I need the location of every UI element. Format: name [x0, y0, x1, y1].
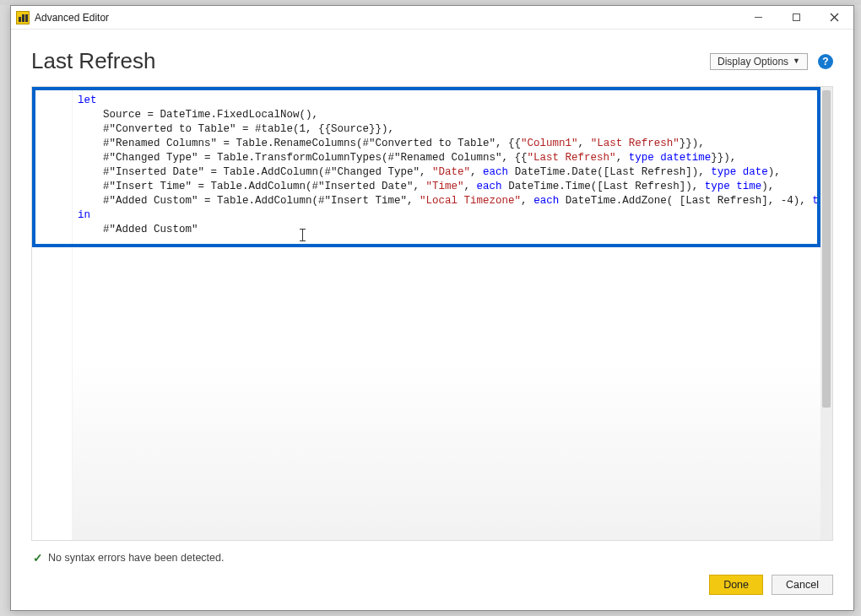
text-cursor-icon — [302, 229, 303, 241]
titlebar: Advanced Editor — [11, 6, 853, 30]
app-icon — [16, 11, 30, 24]
editor-gutter — [32, 87, 73, 540]
checkmark-icon: ✓ — [33, 551, 43, 565]
code-body[interactable]: let Source = DateTime.FixedLocalNow(), #… — [73, 87, 820, 540]
help-icon: ? — [822, 56, 828, 68]
close-icon — [830, 13, 839, 22]
footer: Done Cancel — [11, 570, 853, 610]
display-options-label: Display Options — [718, 56, 788, 68]
window-controls — [739, 6, 853, 29]
editor-scrollbar[interactable] — [820, 87, 832, 540]
minimize-icon — [754, 13, 763, 22]
svg-rect-1 — [793, 14, 800, 21]
content-area: let Source = DateTime.FixedLocalNow(), #… — [11, 86, 853, 570]
chevron-down-icon: ▼ — [793, 57, 800, 65]
code-editor[interactable]: let Source = DateTime.FixedLocalNow(), #… — [31, 86, 833, 541]
done-button[interactable]: Done — [709, 575, 763, 595]
window-title: Advanced Editor — [35, 12, 739, 24]
display-options-dropdown[interactable]: Display Options ▼ — [710, 53, 808, 70]
status-message: No syntax errors have been detected. — [48, 552, 224, 564]
cancel-button[interactable]: Cancel — [772, 575, 833, 595]
scrollbar-thumb[interactable] — [822, 90, 831, 408]
help-button[interactable]: ? — [818, 54, 833, 69]
header: Last Refresh Display Options ▼ ? — [11, 30, 853, 86]
maximize-button[interactable] — [777, 6, 815, 29]
page-title: Last Refresh — [31, 48, 710, 74]
advanced-editor-window: Advanced Editor Last Refresh Display Opt… — [10, 5, 854, 611]
close-button[interactable] — [815, 6, 853, 29]
minimize-button[interactable] — [739, 6, 777, 29]
maximize-icon — [792, 13, 801, 22]
syntax-status: ✓ No syntax errors have been detected. — [31, 549, 833, 570]
